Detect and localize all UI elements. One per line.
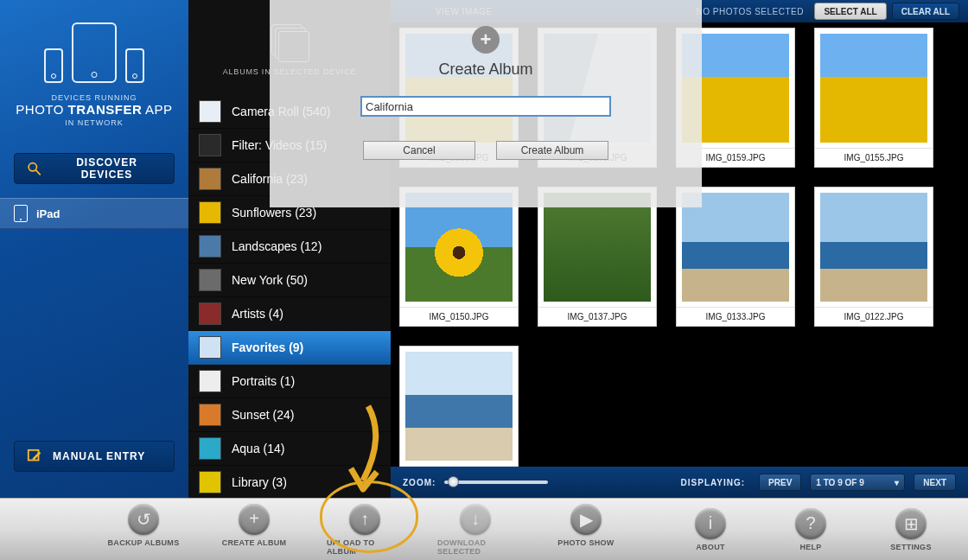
tool-label: BACKUP ALBUMS — [108, 538, 180, 547]
upload-to-album-button[interactable]: ↑UPLOAD TO ALBUM — [327, 504, 403, 556]
app-logo: DEVICES RUNNING PHOTO TRANSFER APP IN NE… — [0, 0, 188, 139]
album-label: Sunset (24) — [232, 408, 294, 422]
album-item[interactable]: Landscapes (12) — [188, 230, 391, 264]
photo-thumb — [405, 352, 513, 461]
manual-entry-button[interactable]: MANUAL ENTRY — [14, 441, 175, 472]
album-thumb — [199, 168, 221, 190]
help-button[interactable]: ?HELP — [773, 508, 849, 551]
album-label: Portraits (1) — [232, 374, 295, 388]
clear-all-button[interactable]: CLEAR ALL — [892, 3, 959, 20]
selection-status: NO PHOTOS SELECTED — [697, 7, 804, 16]
photo-caption: IMG_0122.JPG — [815, 307, 933, 326]
create-album-button[interactable]: +CREATE ALBUM — [216, 504, 292, 556]
photo-card[interactable]: IMG_0121.JPG — [399, 346, 519, 486]
displaying-label: DISPLAYING: — [681, 478, 746, 487]
tool-label: UPLOAD TO ALBUM — [327, 538, 403, 556]
discover-devices-button[interactable]: DISCOVER DEVICES — [14, 153, 175, 184]
album-thumb — [199, 404, 221, 426]
chevron-down-icon: ▾ — [895, 478, 899, 487]
tagline: IN NETWORK — [0, 118, 188, 127]
album-label: Library (3) — [232, 475, 287, 489]
tool-label: ABOUT — [696, 543, 725, 551]
tool-label: SETTINGS — [890, 543, 931, 551]
svg-line-1 — [36, 170, 41, 175]
photo-caption: IMG_0137.JPG — [538, 307, 656, 326]
photo-card[interactable]: IMG_0137.JPG — [538, 187, 657, 327]
album-item[interactable]: Aqua (14) — [188, 432, 391, 466]
album-item[interactable]: Library (3) — [188, 466, 391, 498]
photo-caption: IMG_0133.JPG — [677, 307, 794, 326]
photo-card[interactable]: IMG_0133.JPG — [676, 187, 795, 327]
album-thumb — [199, 370, 221, 392]
cancel-button[interactable]: Cancel — [363, 141, 475, 160]
phone-icon — [125, 48, 144, 83]
download-selected-icon: ↓ — [460, 504, 491, 535]
settings-icon: ⊞ — [895, 508, 927, 539]
edit-icon — [27, 449, 42, 464]
tagline: DEVICES RUNNING — [0, 93, 188, 102]
photo-thumb — [682, 193, 789, 302]
album-thumb — [199, 437, 221, 460]
album-label: Artists (4) — [232, 307, 283, 321]
photo-thumb — [820, 193, 927, 302]
upload-to-album-icon: ↑ — [349, 504, 380, 535]
photo-show-icon: ▶ — [570, 504, 602, 535]
backup-albums-icon: ↺ — [128, 504, 159, 535]
tablet-icon — [72, 22, 117, 83]
album-label: New York (50) — [232, 273, 308, 287]
album-thumb — [199, 471, 221, 493]
album-thumb — [199, 302, 221, 325]
phone-icon — [44, 48, 63, 83]
album-name-input[interactable] — [360, 96, 611, 117]
prev-page-button[interactable]: PREV — [759, 474, 801, 491]
about-button[interactable]: iABOUT — [672, 508, 748, 551]
device-name: iPad — [36, 207, 60, 220]
album-item[interactable]: Artists (4) — [188, 297, 391, 331]
zoom-knob[interactable] — [448, 476, 459, 487]
sidebar: DEVICES RUNNING PHOTO TRANSFER APP IN NE… — [0, 0, 188, 498]
photo-card[interactable]: IMG_0150.JPG — [399, 187, 519, 327]
album-item[interactable]: Favorites (9) — [188, 331, 391, 365]
album-label: Aqua (14) — [232, 442, 284, 455]
photo-card[interactable]: IMG_0155.JPG — [814, 28, 933, 168]
button-label: DISCOVER DEVICES — [52, 156, 162, 181]
backup-albums-button[interactable]: ↺BACKUP ALBUMS — [105, 504, 182, 556]
download-selected-button: ↓DOWNLOAD SELECTED — [437, 504, 513, 556]
album-thumb — [199, 269, 221, 291]
select-all-button[interactable]: SELECT ALL — [814, 3, 886, 20]
zoom-label: ZOOM: — [403, 478, 436, 487]
zoom-slider[interactable] — [444, 480, 548, 484]
next-page-button[interactable]: NEXT — [914, 474, 956, 491]
search-icon — [27, 161, 41, 176]
ipad-icon — [14, 205, 28, 222]
page-range-value: 1 TO 9 OF 9 — [816, 478, 863, 487]
album-thumb — [199, 134, 221, 156]
plus-icon: + — [472, 26, 500, 54]
create-album-confirm-button[interactable]: Create Album — [496, 141, 608, 160]
photo-thumb — [544, 193, 651, 302]
device-icons — [0, 22, 188, 83]
modal-title: Create Album — [270, 60, 702, 79]
album-thumb — [199, 201, 221, 224]
tool-label: PHOTO SHOW — [557, 538, 614, 547]
album-label: Sunflowers (23) — [232, 206, 316, 220]
tool-label: CREATE ALBUM — [222, 538, 287, 547]
button-label: MANUAL ENTRY — [53, 450, 145, 462]
album-item[interactable]: Sunset (24) — [188, 398, 391, 432]
photo-thumb — [405, 193, 513, 302]
create-album-modal: + Create Album Cancel Create Album — [270, 0, 702, 207]
album-item[interactable]: Portraits (1) — [188, 365, 391, 398]
help-icon: ? — [795, 508, 826, 539]
album-thumb — [199, 336, 221, 359]
app-title: PHOTO TRANSFER APP — [0, 102, 188, 117]
device-item-ipad[interactable]: iPad — [0, 198, 188, 229]
photo-card[interactable]: IMG_0122.JPG — [814, 187, 933, 327]
page-range-select[interactable]: 1 TO 9 OF 9 ▾ — [810, 474, 905, 491]
album-item[interactable]: New York (50) — [188, 264, 391, 297]
create-album-icon: + — [239, 504, 270, 535]
photo-caption: IMG_0155.JPG — [815, 148, 933, 167]
settings-button[interactable]: ⊞SETTINGS — [873, 508, 949, 551]
album-label: Favorites (9) — [232, 340, 303, 354]
album-thumb — [199, 100, 221, 123]
photo-show-button[interactable]: ▶PHOTO SHOW — [548, 504, 624, 556]
